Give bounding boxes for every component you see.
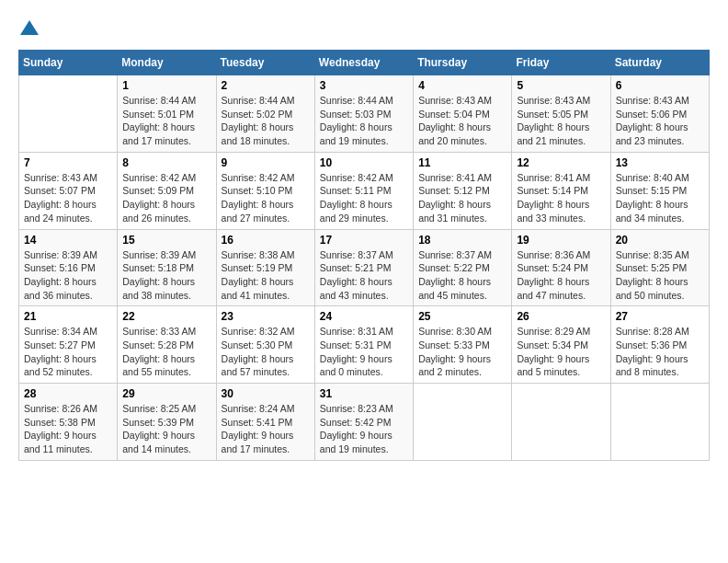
day-info: Sunrise: 8:37 AMSunset: 5:21 PMDaylight:…	[320, 248, 408, 303]
day-info: Sunrise: 8:38 AMSunset: 5:19 PMDaylight:…	[222, 248, 310, 303]
day-number: 28	[24, 387, 112, 400]
calendar-week-row: 21Sunrise: 8:34 AMSunset: 5:27 PMDayligh…	[19, 306, 710, 384]
day-info: Sunrise: 8:24 AMSunset: 5:41 PMDaylight:…	[222, 402, 310, 456]
day-number: 7	[24, 156, 112, 169]
calendar-cell: 4Sunrise: 8:43 AMSunset: 5:04 PMDaylight…	[414, 75, 512, 153]
day-number: 31	[320, 387, 408, 400]
day-info: Sunrise: 8:44 AMSunset: 5:01 PMDaylight:…	[122, 94, 210, 148]
calendar-table: SundayMondayTuesdayWednesdayThursdayFrid…	[18, 50, 710, 461]
calendar-header-row: SundayMondayTuesdayWednesdayThursdayFrid…	[19, 51, 710, 75]
calendar-cell: 10Sunrise: 8:42 AMSunset: 5:11 PMDayligh…	[314, 152, 413, 229]
calendar-cell: 29Sunrise: 8:25 AMSunset: 5:39 PMDayligh…	[118, 384, 216, 461]
calendar-week-row: 7Sunrise: 8:43 AMSunset: 5:07 PMDaylight…	[19, 152, 710, 229]
calendar-cell: 9Sunrise: 8:42 AMSunset: 5:10 PMDaylight…	[216, 152, 314, 229]
day-info: Sunrise: 8:42 AMSunset: 5:10 PMDaylight:…	[222, 171, 310, 225]
day-info: Sunrise: 8:44 AMSunset: 5:02 PMDaylight:…	[222, 94, 310, 148]
day-number: 3	[320, 79, 408, 92]
calendar-cell: 20Sunrise: 8:35 AMSunset: 5:25 PMDayligh…	[610, 229, 709, 306]
day-number: 20	[616, 234, 704, 247]
calendar-cell	[512, 384, 610, 461]
day-info: Sunrise: 8:43 AMSunset: 5:04 PMDaylight:…	[418, 94, 506, 148]
day-info: Sunrise: 8:28 AMSunset: 5:36 PMDaylight:…	[616, 325, 704, 379]
page-header	[18, 18, 710, 40]
day-number: 23	[222, 310, 310, 323]
calendar-week-row: 28Sunrise: 8:26 AMSunset: 5:38 PMDayligh…	[19, 384, 710, 461]
day-number: 1	[122, 79, 210, 92]
calendar-cell: 3Sunrise: 8:44 AMSunset: 5:03 PMDaylight…	[314, 75, 413, 153]
calendar-cell: 14Sunrise: 8:39 AMSunset: 5:16 PMDayligh…	[19, 229, 118, 306]
header-sunday: Sunday	[19, 51, 118, 75]
header-wednesday: Wednesday	[314, 51, 413, 75]
day-number: 5	[517, 79, 605, 92]
calendar-cell: 21Sunrise: 8:34 AMSunset: 5:27 PMDayligh…	[19, 306, 118, 384]
day-number: 13	[616, 156, 704, 169]
calendar-cell: 5Sunrise: 8:43 AMSunset: 5:05 PMDaylight…	[512, 75, 610, 153]
day-number: 6	[616, 79, 704, 92]
svg-marker-0	[20, 20, 39, 35]
calendar-cell: 6Sunrise: 8:43 AMSunset: 5:06 PMDaylight…	[610, 75, 709, 153]
header-thursday: Thursday	[414, 51, 512, 75]
day-info: Sunrise: 8:31 AMSunset: 5:31 PMDaylight:…	[320, 325, 408, 379]
calendar-cell: 19Sunrise: 8:36 AMSunset: 5:24 PMDayligh…	[512, 229, 610, 306]
day-number: 15	[122, 234, 210, 247]
calendar-cell: 22Sunrise: 8:33 AMSunset: 5:28 PMDayligh…	[118, 306, 216, 384]
calendar-cell: 18Sunrise: 8:37 AMSunset: 5:22 PMDayligh…	[414, 229, 512, 306]
day-info: Sunrise: 8:30 AMSunset: 5:33 PMDaylight:…	[418, 325, 506, 379]
day-number: 22	[122, 310, 210, 323]
day-info: Sunrise: 8:39 AMSunset: 5:18 PMDaylight:…	[122, 248, 210, 303]
day-info: Sunrise: 8:29 AMSunset: 5:34 PMDaylight:…	[517, 325, 605, 379]
day-number: 25	[418, 310, 506, 323]
day-info: Sunrise: 8:44 AMSunset: 5:03 PMDaylight:…	[320, 94, 408, 148]
day-info: Sunrise: 8:43 AMSunset: 5:06 PMDaylight:…	[616, 94, 704, 148]
calendar-cell: 28Sunrise: 8:26 AMSunset: 5:38 PMDayligh…	[19, 384, 118, 461]
header-monday: Monday	[118, 51, 216, 75]
day-info: Sunrise: 8:43 AMSunset: 5:05 PMDaylight:…	[517, 94, 605, 148]
calendar-cell: 23Sunrise: 8:32 AMSunset: 5:30 PMDayligh…	[216, 306, 314, 384]
day-number: 4	[418, 79, 506, 92]
header-tuesday: Tuesday	[216, 51, 314, 75]
day-number: 17	[320, 234, 408, 247]
calendar-cell: 31Sunrise: 8:23 AMSunset: 5:42 PMDayligh…	[314, 384, 413, 461]
day-number: 11	[418, 156, 506, 169]
day-number: 8	[122, 156, 210, 169]
day-number: 21	[24, 310, 112, 323]
calendar-cell: 17Sunrise: 8:37 AMSunset: 5:21 PMDayligh…	[314, 229, 413, 306]
day-info: Sunrise: 8:39 AMSunset: 5:16 PMDaylight:…	[24, 248, 112, 303]
day-number: 19	[517, 234, 605, 247]
logo	[18, 18, 44, 40]
header-saturday: Saturday	[610, 51, 709, 75]
calendar-cell: 30Sunrise: 8:24 AMSunset: 5:41 PMDayligh…	[216, 384, 314, 461]
day-number: 12	[517, 156, 605, 169]
calendar-cell: 27Sunrise: 8:28 AMSunset: 5:36 PMDayligh…	[610, 306, 709, 384]
calendar-cell: 8Sunrise: 8:42 AMSunset: 5:09 PMDaylight…	[118, 152, 216, 229]
day-info: Sunrise: 8:41 AMSunset: 5:12 PMDaylight:…	[418, 171, 506, 225]
logo-icon	[18, 18, 40, 40]
calendar-cell: 24Sunrise: 8:31 AMSunset: 5:31 PMDayligh…	[314, 306, 413, 384]
calendar-cell: 13Sunrise: 8:40 AMSunset: 5:15 PMDayligh…	[610, 152, 709, 229]
day-number: 2	[222, 79, 310, 92]
day-info: Sunrise: 8:23 AMSunset: 5:42 PMDaylight:…	[320, 402, 408, 456]
calendar-cell: 16Sunrise: 8:38 AMSunset: 5:19 PMDayligh…	[216, 229, 314, 306]
day-info: Sunrise: 8:36 AMSunset: 5:24 PMDaylight:…	[517, 248, 605, 303]
day-number: 16	[222, 234, 310, 247]
day-number: 14	[24, 234, 112, 247]
day-info: Sunrise: 8:43 AMSunset: 5:07 PMDaylight:…	[24, 171, 112, 225]
day-info: Sunrise: 8:33 AMSunset: 5:28 PMDaylight:…	[122, 325, 210, 379]
calendar-cell	[19, 75, 118, 153]
day-info: Sunrise: 8:40 AMSunset: 5:15 PMDaylight:…	[616, 171, 704, 225]
day-info: Sunrise: 8:25 AMSunset: 5:39 PMDaylight:…	[122, 402, 210, 456]
day-number: 24	[320, 310, 408, 323]
calendar-cell: 26Sunrise: 8:29 AMSunset: 5:34 PMDayligh…	[512, 306, 610, 384]
day-number: 29	[122, 387, 210, 400]
day-info: Sunrise: 8:32 AMSunset: 5:30 PMDaylight:…	[222, 325, 310, 379]
calendar-cell	[610, 384, 709, 461]
day-info: Sunrise: 8:37 AMSunset: 5:22 PMDaylight:…	[418, 248, 506, 303]
calendar-cell	[414, 384, 512, 461]
calendar-cell: 2Sunrise: 8:44 AMSunset: 5:02 PMDaylight…	[216, 75, 314, 153]
calendar-week-row: 14Sunrise: 8:39 AMSunset: 5:16 PMDayligh…	[19, 229, 710, 306]
calendar-cell: 12Sunrise: 8:41 AMSunset: 5:14 PMDayligh…	[512, 152, 610, 229]
calendar-cell: 15Sunrise: 8:39 AMSunset: 5:18 PMDayligh…	[118, 229, 216, 306]
day-number: 18	[418, 234, 506, 247]
calendar-cell: 7Sunrise: 8:43 AMSunset: 5:07 PMDaylight…	[19, 152, 118, 229]
day-info: Sunrise: 8:26 AMSunset: 5:38 PMDaylight:…	[24, 402, 112, 456]
